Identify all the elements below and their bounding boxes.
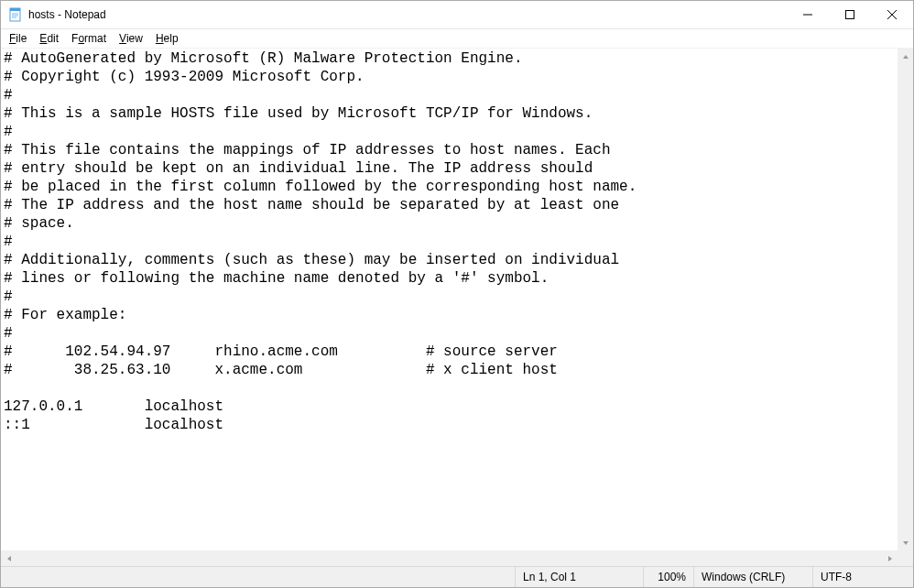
- editor-container: # AutoGenerated by Microsoft (R) Malware…: [1, 48, 913, 566]
- status-bar: Ln 1, Col 1 100% Windows (CRLF) UTF-8: [1, 566, 913, 587]
- menu-help[interactable]: Help: [149, 31, 185, 46]
- maximize-button[interactable]: [829, 1, 871, 28]
- menu-view[interactable]: View: [113, 31, 149, 46]
- menu-format[interactable]: Format: [65, 31, 113, 46]
- svg-rect-1: [10, 8, 20, 11]
- menu-file[interactable]: File: [3, 31, 33, 46]
- status-spacer: [1, 567, 515, 587]
- scroll-left-icon[interactable]: [1, 550, 16, 566]
- window-title: hosts - Notepad: [28, 8, 106, 21]
- text-editor[interactable]: # AutoGenerated by Microsoft (R) Malware…: [1, 49, 898, 550]
- title-bar: hosts - Notepad: [1, 1, 913, 29]
- horizontal-scrollbar[interactable]: [1, 550, 898, 566]
- status-position: Ln 1, Col 1: [515, 567, 643, 587]
- svg-rect-6: [846, 11, 854, 19]
- minimize-button[interactable]: [787, 1, 829, 28]
- menu-bar: File Edit Format View Help: [1, 29, 913, 48]
- close-button[interactable]: [871, 1, 913, 28]
- notepad-icon: [8, 7, 23, 22]
- vertical-scrollbar[interactable]: [898, 49, 913, 550]
- scroll-up-icon[interactable]: [898, 49, 913, 64]
- status-encoding: UTF-8: [812, 567, 913, 587]
- scroll-down-icon[interactable]: [898, 535, 913, 550]
- status-line-ending: Windows (CRLF): [693, 567, 812, 587]
- status-zoom: 100%: [643, 567, 693, 587]
- menu-edit[interactable]: Edit: [33, 31, 65, 46]
- scroll-right-icon[interactable]: [882, 550, 898, 566]
- scroll-corner: [898, 550, 913, 566]
